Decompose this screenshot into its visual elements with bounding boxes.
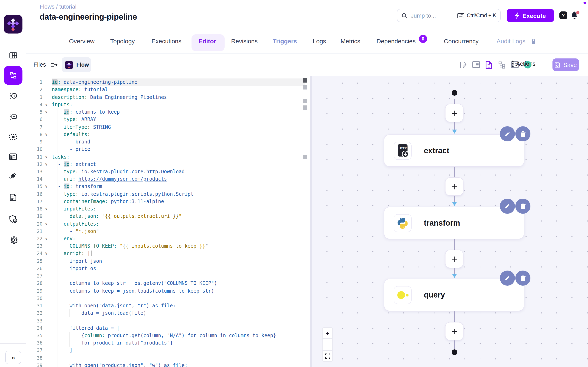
namespaces-icon[interactable] — [0, 132, 26, 142]
code-line[interactable]: 10 - price — [26, 146, 310, 153]
tab-dependencies[interactable]: Dependencies — [377, 38, 416, 45]
plugins-icon[interactable] — [0, 172, 26, 182]
docs-icon[interactable] — [0, 192, 26, 202]
edit-task-button[interactable] — [500, 199, 515, 214]
code-line[interactable]: 38 — [26, 354, 310, 361]
add-task-button-4[interactable]: + — [445, 322, 463, 341]
code-line[interactable]: 1id: data-engineering-pipeline — [26, 78, 310, 86]
edit-file-icon[interactable] — [459, 61, 467, 71]
code-line[interactable]: 18∨ inputFiles: — [26, 205, 310, 213]
code-line[interactable]: 17 containerImage: python:3.11-alpine — [26, 198, 310, 205]
tab-audit-logs[interactable]: Audit Logs — [497, 38, 525, 45]
code-editor[interactable]: 1id: data-engineering-pipeline2namespace… — [26, 76, 310, 367]
topology-view-icon[interactable] — [498, 61, 506, 71]
code-line[interactable]: 14 uri: https://dummyjson.com/products — [26, 175, 310, 183]
zoom-out-button[interactable]: − — [322, 339, 333, 350]
delete-task-button[interactable] — [515, 126, 531, 142]
edit-task-button[interactable] — [500, 271, 515, 286]
tab-concurrency[interactable]: Concurrency — [444, 38, 479, 45]
fold-chevron-icon[interactable]: ∨ — [45, 108, 48, 116]
fold-chevron-icon[interactable]: ∨ — [45, 205, 48, 213]
side-panel-icon[interactable] — [472, 61, 480, 70]
code-line[interactable]: 7 itemType: STRING — [26, 123, 310, 131]
code-line[interactable]: 31 with open("data.json", "r") as file: — [26, 302, 310, 309]
code-line[interactable]: 13 type: io.kestra.plugin.core.http.Down… — [26, 168, 310, 175]
panel-divider[interactable] — [310, 76, 312, 367]
code-line[interactable]: 27 — [26, 272, 310, 280]
fold-chevron-icon[interactable]: ∨ — [45, 220, 48, 227]
execute-button[interactable]: Execute — [507, 9, 554, 22]
code-line[interactable]: 8∨ defaults: — [26, 131, 310, 138]
help-icon[interactable]: ? — [559, 11, 567, 19]
code-line[interactable]: 6 type: ARRAY — [26, 116, 310, 123]
file-tree-toggle-icon[interactable] — [51, 62, 57, 69]
blueprints-icon[interactable] — [0, 152, 26, 162]
fold-chevron-icon[interactable]: ∨ — [45, 250, 48, 257]
code-line[interactable]: 22∨ env: — [26, 235, 310, 242]
add-task-button-3[interactable]: + — [445, 250, 463, 268]
zoom-in-button[interactable]: + — [322, 327, 333, 339]
code-line[interactable]: 9 - brand — [26, 138, 310, 145]
delete-task-button[interactable] — [515, 199, 531, 214]
code-line[interactable]: 32 data = json.load(file) — [26, 309, 310, 317]
tab-revisions[interactable]: Revisions — [231, 38, 258, 45]
settings-gear-icon[interactable] — [0, 235, 26, 245]
code-line[interactable]: 35 {column: product.get(column, "N/A") f… — [26, 332, 310, 339]
code-line[interactable]: 5∨ - id: columns_to_keep — [26, 108, 310, 116]
kestra-logo[interactable] — [4, 15, 23, 33]
logs-icon[interactable] — [0, 112, 26, 122]
tab-editor[interactable]: Editor — [198, 38, 216, 45]
code-line[interactable]: 26 import os — [26, 265, 310, 272]
code-line[interactable]: 37 ] — [26, 347, 310, 354]
code-line[interactable]: 20∨ outputFiles: — [26, 220, 310, 227]
dashboard-icon[interactable] — [0, 51, 26, 60]
fold-chevron-icon[interactable]: ∨ — [45, 101, 48, 108]
sidebar-expand-button[interactable]: » — [5, 351, 21, 364]
code-line[interactable]: 4∨inputs: — [26, 101, 310, 108]
fold-chevron-icon[interactable]: ∨ — [45, 153, 48, 160]
add-task-button-2[interactable]: + — [445, 177, 463, 196]
code-line[interactable]: 23 COLUMNS_TO_KEEP: "{{ inputs.columns_t… — [26, 242, 310, 250]
add-task-button-1[interactable]: + — [445, 104, 463, 122]
delete-task-button[interactable] — [515, 271, 531, 286]
file-tab-flow[interactable]: Flow — [62, 57, 91, 72]
code-line[interactable]: 36 for product in data["products"] — [26, 339, 310, 347]
code-line[interactable]: 39 with open("products.json", "w") as fi… — [26, 362, 310, 367]
edit-task-button[interactable] — [500, 126, 515, 142]
code-line[interactable]: 24∨ script: | — [26, 250, 310, 257]
executions-icon[interactable] — [0, 91, 26, 101]
tab-metrics[interactable]: Metrics — [340, 38, 360, 45]
fit-view-button[interactable] — [322, 350, 333, 362]
code-line[interactable]: 21 - "*.json" — [26, 228, 310, 235]
code-line[interactable]: 33 — [26, 317, 310, 324]
fold-chevron-icon[interactable]: ∨ — [45, 183, 48, 190]
code-line[interactable]: 29 columns_to_keep = json.loads(columns_… — [26, 287, 310, 294]
code-line[interactable]: 16 type: io.kestra.plugin.scripts.python… — [26, 190, 310, 198]
code-line[interactable]: 25 import json — [26, 257, 310, 265]
code-line[interactable]: 12∨ - id: extract — [26, 160, 310, 168]
code-line[interactable]: 15∨ - id: transform — [26, 183, 310, 190]
fold-chevron-icon[interactable]: ∨ — [45, 131, 48, 138]
tab-topology[interactable]: Topology — [110, 38, 135, 45]
security-icon[interactable] — [0, 214, 26, 224]
code-line[interactable]: 34 filtered_data = [ — [26, 325, 310, 332]
tab-triggers[interactable]: Triggers — [273, 38, 297, 45]
topology-canvas[interactable]: + HTTP extract + — [312, 76, 588, 367]
file-code-icon[interactable] — [485, 61, 492, 71]
breadcrumb[interactable]: Flows / tutorial — [40, 3, 77, 10]
save-button[interactable]: Save — [552, 58, 579, 71]
fold-chevron-icon[interactable]: ∨ — [45, 160, 48, 168]
tab-logs[interactable]: Logs — [313, 38, 326, 45]
code-line[interactable]: 28 columns_to_keep_str = os.getenv("COLU… — [26, 280, 310, 287]
search-input[interactable]: Jump to... Ctrl/Cmd + K — [397, 9, 501, 22]
code-line[interactable]: 30 — [26, 295, 310, 302]
fold-chevron-icon[interactable]: ∨ — [45, 235, 48, 242]
code-line[interactable]: 11∨tasks: — [26, 153, 310, 160]
editor-overview-ruler[interactable] — [303, 76, 309, 367]
tab-executions[interactable]: Executions — [152, 38, 182, 45]
code-line[interactable]: 2namespace: tutorial — [26, 86, 310, 93]
tab-overview[interactable]: Overview — [69, 38, 95, 45]
actions-button[interactable]: Actions — [512, 60, 536, 67]
code-line[interactable]: 3description: Data Engineering Pipelines — [26, 93, 310, 101]
code-line[interactable]: 19 data.json: "{{ outputs.extract.uri }}… — [26, 213, 310, 220]
